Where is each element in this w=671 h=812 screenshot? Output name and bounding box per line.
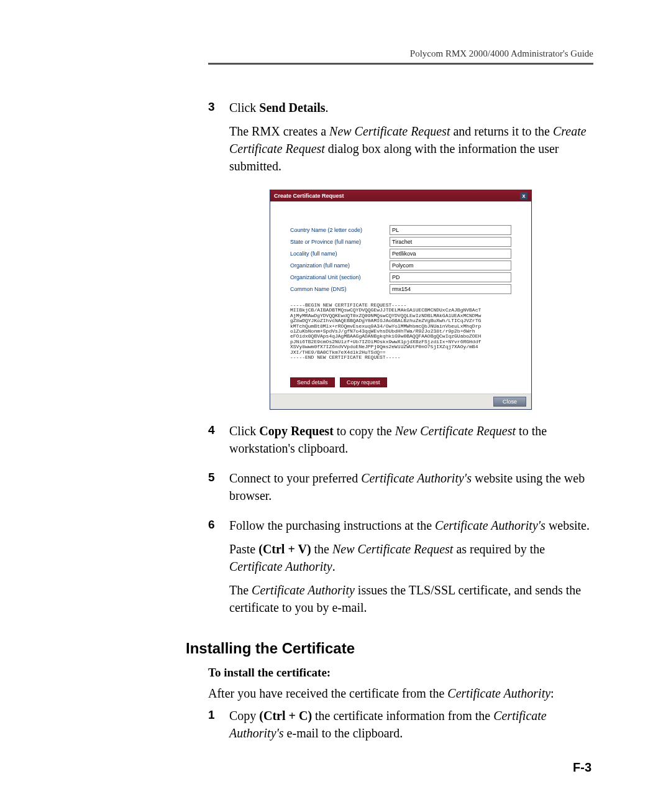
field-state: State or Province (full name) xyxy=(290,237,511,247)
input-cn[interactable] xyxy=(390,284,511,294)
step-list-a: 3 Click Send Details. The RMX creates a … xyxy=(208,99,593,181)
label-country: Country Name (2 letter code) xyxy=(290,227,390,233)
label-ou: Organizational Unit (section) xyxy=(290,274,390,280)
label-org: Organization (full name) xyxy=(290,262,390,269)
step-number: 3 xyxy=(208,99,229,116)
page-number: F-3 xyxy=(573,760,591,775)
input-org[interactable] xyxy=(390,261,511,270)
step-number: 5 xyxy=(208,469,229,486)
input-ou[interactable] xyxy=(390,272,511,282)
close-icon[interactable]: x xyxy=(520,192,527,200)
input-locality[interactable] xyxy=(390,249,511,259)
step-number: 1 xyxy=(208,707,229,724)
header-guide-title: Polycom RMX 2000/4000 Administrator's Gu… xyxy=(208,48,593,59)
field-cn: Common Name (DNS) xyxy=(290,284,511,294)
close-button[interactable]: Close xyxy=(493,397,526,407)
create-cert-dialog: Create Certificate Request x Country Nam… xyxy=(270,190,532,410)
step-3-line-1: Click Send Details. xyxy=(229,99,593,116)
step-number: 6 xyxy=(208,517,229,533)
step-1-install: 1 Copy (Ctrl + C) the certificate inform… xyxy=(208,707,593,748)
field-country: Country Name (2 letter code) xyxy=(290,225,511,235)
document-page: Polycom RMX 2000/4000 Administrator's Gu… xyxy=(0,0,671,748)
field-ou: Organizational Unit (section) xyxy=(290,272,511,282)
dialog-title-text: Create Certificate Request xyxy=(274,193,344,199)
label-locality: Locality (full name) xyxy=(290,251,390,257)
step-3: 3 Click Send Details. The RMX creates a … xyxy=(208,99,593,181)
certificate-request-text: -----BEGIN NEW CERTIFICATE REQUEST----- … xyxy=(290,303,511,360)
field-locality: Locality (full name) xyxy=(290,249,511,259)
step-list-c: 1 Copy (Ctrl + C) the certificate inform… xyxy=(208,707,593,748)
step-4: 4 Click Copy Request to copy the New Cer… xyxy=(208,422,593,463)
header-rule xyxy=(208,63,593,65)
step-3-line-2: The RMX creates a New Certificate Reques… xyxy=(229,122,593,175)
step-list-b: 4 Click Copy Request to copy the New Cer… xyxy=(208,422,593,622)
step-number: 4 xyxy=(208,422,229,439)
label-state: State or Province (full name) xyxy=(290,239,390,245)
dialog-footer: Close xyxy=(270,394,531,409)
copy-request-button[interactable]: Copy request xyxy=(340,377,387,387)
input-state[interactable] xyxy=(390,237,511,247)
dialog-titlebar: Create Certificate Request x xyxy=(270,190,531,201)
step-6: 6 Follow the purchasing instructions at … xyxy=(208,517,593,622)
section-subheading: To install the certificate: xyxy=(208,666,593,680)
section-heading: Installing the Certificate xyxy=(186,640,593,657)
section-intro: After you have received the certificate … xyxy=(208,685,593,702)
dialog-screenshot: Create Certificate Request x Country Nam… xyxy=(208,190,593,410)
step-5: 5 Connect to your preferred Certificate … xyxy=(208,469,593,510)
send-details-button[interactable]: Send details xyxy=(290,377,335,387)
label-cn: Common Name (DNS) xyxy=(290,286,390,292)
input-country[interactable] xyxy=(390,225,511,235)
field-org: Organization (full name) xyxy=(290,261,511,270)
dialog-action-row: Send details Copy request xyxy=(270,366,531,394)
